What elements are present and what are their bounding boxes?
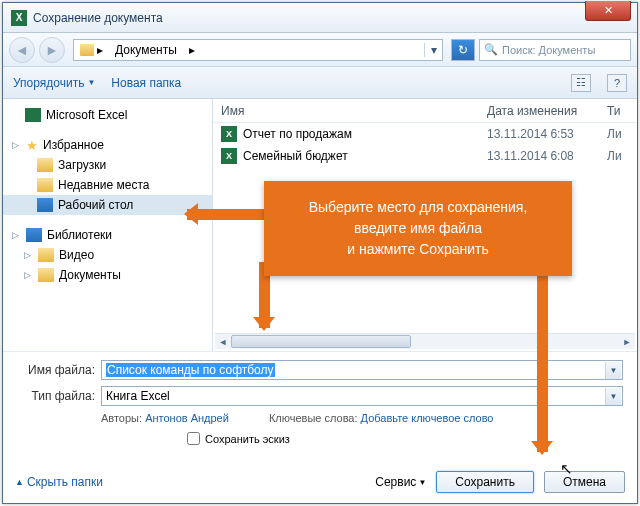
sidebar: Microsoft Excel ▷★Избранное Загрузки Нед…	[3, 99, 213, 351]
keywords-field[interactable]: Добавьте ключевое слово	[361, 412, 494, 424]
column-name[interactable]: Имя	[221, 104, 487, 118]
help-button[interactable]: ?	[607, 74, 627, 92]
column-type[interactable]: Ти	[607, 104, 637, 118]
sidebar-item-video[interactable]: ▷Видео	[3, 245, 212, 265]
recent-icon	[37, 178, 53, 192]
filetype-label: Тип файла:	[17, 389, 95, 403]
breadcrumb-dropdown[interactable]: ▾	[424, 43, 442, 57]
titlebar: X Сохранение документа ✕	[3, 3, 637, 33]
excel-file-icon: X	[221, 148, 237, 164]
file-row[interactable]: X Семейный бюджет 13.11.2014 6:08 Ли	[213, 145, 637, 167]
scroll-right-icon[interactable]: ►	[619, 334, 635, 349]
sidebar-item-excel[interactable]: Microsoft Excel	[3, 105, 212, 125]
view-options-button[interactable]: ☷	[571, 74, 591, 92]
sidebar-item-libraries[interactable]: ▷Библиотеки	[3, 225, 212, 245]
excel-icon	[25, 108, 41, 122]
hide-folders-link[interactable]: ▲ Скрыть папки	[15, 475, 103, 489]
cancel-button[interactable]: Отмена	[544, 471, 625, 493]
sidebar-item-favorites[interactable]: ▷★Избранное	[3, 135, 212, 155]
desktop-icon	[37, 198, 53, 212]
excel-app-icon: X	[11, 10, 27, 26]
nav-bar: ◄ ► ▸ Документы ▸ ▾ ↻ 🔍 Поиск: Документы	[3, 33, 637, 67]
filename-dropdown[interactable]: ▼	[605, 362, 621, 379]
save-thumbnail-label: Сохранить эскиз	[205, 433, 290, 445]
organize-menu[interactable]: Упорядочить ▼	[13, 76, 95, 90]
star-icon: ★	[26, 138, 38, 153]
search-input[interactable]: 🔍 Поиск: Документы	[479, 39, 631, 61]
callout-arrow-icon	[187, 209, 265, 220]
breadcrumb-location[interactable]: Документы	[109, 40, 183, 60]
file-row[interactable]: X Отчет по продажам 13.11.2014 6:53 Ли	[213, 123, 637, 145]
scroll-left-icon[interactable]: ◄	[215, 334, 231, 349]
instruction-callout: Выберите место для сохранения, введите и…	[264, 181, 572, 276]
sidebar-item-downloads[interactable]: Загрузки	[3, 155, 212, 175]
callout-arrow-icon	[537, 262, 548, 452]
service-menu[interactable]: Сервис ▼	[375, 475, 426, 489]
authors-field[interactable]: Антонов Андрей	[145, 412, 229, 424]
filetype-dropdown[interactable]: ▼	[605, 388, 621, 405]
documents-icon	[38, 268, 54, 282]
refresh-button[interactable]: ↻	[451, 39, 475, 61]
new-folder-button[interactable]: Новая папка	[111, 76, 181, 90]
folder-icon	[80, 44, 94, 56]
video-icon	[38, 248, 54, 262]
sidebar-item-documents[interactable]: ▷Документы	[3, 265, 212, 285]
save-thumbnail-checkbox[interactable]	[187, 432, 200, 445]
downloads-icon	[37, 158, 53, 172]
save-button[interactable]: Сохранить	[436, 471, 534, 493]
close-button[interactable]: ✕	[585, 1, 631, 21]
breadcrumb[interactable]: ▸ Документы ▸ ▾	[73, 39, 443, 61]
toolbar: Упорядочить ▼ Новая папка ☷ ?	[3, 67, 637, 99]
sidebar-item-recent[interactable]: Недавние места	[3, 175, 212, 195]
horizontal-scrollbar[interactable]: ◄ ►	[215, 333, 635, 349]
back-button[interactable]: ◄	[9, 37, 35, 63]
column-date[interactable]: Дата изменения	[487, 104, 607, 118]
forward-button[interactable]: ►	[39, 37, 65, 63]
footer: ▲ Скрыть папки Сервис ▼ Сохранить Отмена	[3, 467, 637, 503]
window-title: Сохранение документа	[33, 11, 163, 25]
filename-label: Имя файла:	[17, 363, 95, 377]
excel-file-icon: X	[221, 126, 237, 142]
library-icon	[26, 228, 42, 242]
search-icon: 🔍	[484, 43, 498, 56]
